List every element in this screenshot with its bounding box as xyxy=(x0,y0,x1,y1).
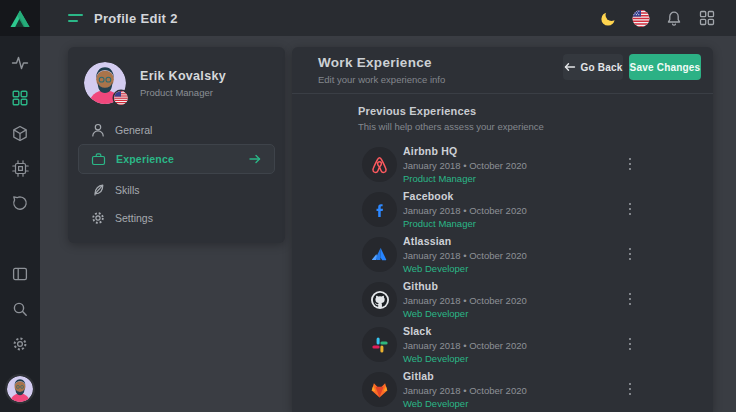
company-name: Github xyxy=(403,280,527,292)
experience-row-facebook: Facebook January 2018 • October 2020 Pro… xyxy=(292,187,713,232)
company-role: Product Manager xyxy=(403,173,527,184)
page-title: Profile Edit 2 xyxy=(94,11,178,26)
arrow-left-icon xyxy=(564,62,576,72)
go-back-label: Go Back xyxy=(581,62,623,73)
left-icon-rail xyxy=(0,36,40,412)
nav-item-label: General xyxy=(115,124,152,136)
gitlab-logo xyxy=(362,372,397,407)
cube-icon[interactable] xyxy=(11,124,29,142)
atlassian-logo xyxy=(362,237,397,272)
experience-row-airbnb: Airbnb HQ January 2018 • October 2020 Pr… xyxy=(292,142,713,187)
topbar: Profile Edit 2 xyxy=(0,0,736,36)
topbar-actions xyxy=(599,9,736,27)
nav-item-experience[interactable]: Experience xyxy=(78,144,275,174)
nav-item-skills[interactable]: Skills xyxy=(78,178,275,202)
activity-icon[interactable] xyxy=(11,54,29,72)
experience-row-gitlab: Gitlab January 2018 • October 2020 Web D… xyxy=(292,367,713,412)
go-back-button[interactable]: Go Back xyxy=(563,54,623,80)
panel-subtitle: Edit your work experience info xyxy=(318,74,445,85)
profile-name: Erik Kovalsky xyxy=(140,69,226,83)
company-name: Slack xyxy=(403,325,527,337)
app-logo[interactable] xyxy=(0,0,40,36)
slack-logo xyxy=(362,327,397,362)
bell-icon[interactable] xyxy=(665,9,683,27)
company-name: Atlassian xyxy=(403,235,527,247)
github-logo xyxy=(362,282,397,317)
company-dates: January 2018 • October 2020 xyxy=(403,160,527,171)
profile-role: Product Manager xyxy=(140,87,226,98)
cpu-icon[interactable] xyxy=(11,159,29,177)
avatar xyxy=(84,62,126,104)
company-dates: January 2018 • October 2020 xyxy=(403,385,527,396)
company-name: Facebook xyxy=(403,190,527,202)
nav-item-label: Experience xyxy=(116,153,174,165)
dashboard-icon[interactable] xyxy=(11,89,29,107)
gear-icon xyxy=(90,211,105,226)
row-options-icon[interactable] xyxy=(625,379,635,399)
row-options-icon[interactable] xyxy=(625,289,635,309)
company-dates: January 2018 • October 2020 xyxy=(403,340,527,351)
company-role: Product Manager xyxy=(403,218,527,229)
experience-row-github: Github January 2018 • October 2020 Web D… xyxy=(292,277,713,322)
row-options-icon[interactable] xyxy=(625,154,635,174)
search-icon[interactable] xyxy=(11,300,29,318)
save-changes-button[interactable]: Save Changes xyxy=(629,54,701,80)
company-dates: January 2018 • October 2020 xyxy=(403,295,527,306)
section-title: Previous Experiences xyxy=(358,105,544,117)
row-options-icon[interactable] xyxy=(625,334,635,354)
briefcase-icon xyxy=(91,152,106,167)
nav-item-label: Settings xyxy=(115,212,153,224)
company-role: Web Developer xyxy=(403,308,527,319)
section-header: Previous Experiences This will help othe… xyxy=(358,105,544,132)
company-role: Web Developer xyxy=(403,398,527,409)
row-options-icon[interactable] xyxy=(625,244,635,264)
facebook-logo xyxy=(362,192,397,227)
company-dates: January 2018 • October 2020 xyxy=(403,205,527,216)
company-role: Web Developer xyxy=(403,263,527,274)
company-name: Gitlab xyxy=(403,370,527,382)
panel-header: Work Experience Edit your work experienc… xyxy=(292,47,713,94)
row-options-icon[interactable] xyxy=(625,199,635,219)
moon-icon[interactable] xyxy=(599,9,617,27)
nav-item-label: Skills xyxy=(115,184,140,196)
arrow-right-icon xyxy=(248,153,262,165)
us-flag-icon[interactable] xyxy=(632,9,650,27)
app-grid-icon[interactable] xyxy=(698,9,716,27)
section-subtitle: This will help others assess your experi… xyxy=(358,121,544,132)
work-experience-panel: Work Experience Edit your work experienc… xyxy=(292,47,713,412)
experience-row-slack: Slack January 2018 • October 2020 Web De… xyxy=(292,322,713,367)
gear-icon[interactable] xyxy=(11,335,29,353)
experience-list: Airbnb HQ January 2018 • October 2020 Pr… xyxy=(292,142,713,412)
layout-icon[interactable] xyxy=(11,265,29,283)
chat-icon[interactable] xyxy=(11,194,29,212)
panel-title: Work Experience xyxy=(318,55,432,70)
company-name: Airbnb HQ xyxy=(403,145,527,157)
rail-user-avatar[interactable] xyxy=(7,376,33,402)
feather-icon xyxy=(90,183,105,198)
profile-header: Erik Kovalsky Product Manager xyxy=(84,62,226,104)
menu-toggle-icon[interactable] xyxy=(68,14,84,22)
airbnb-logo xyxy=(362,147,397,182)
triangle-logo-icon xyxy=(9,8,31,29)
nav-item-general[interactable]: General xyxy=(78,118,275,142)
experience-row-atlassian: Atlassian January 2018 • October 2020 We… xyxy=(292,232,713,277)
company-role: Web Developer xyxy=(403,353,527,364)
avatar-flag-badge xyxy=(114,91,128,105)
company-dates: January 2018 • October 2020 xyxy=(403,250,527,261)
person-icon xyxy=(90,123,105,138)
nav-item-settings[interactable]: Settings xyxy=(78,206,275,230)
profile-nav-card: Erik Kovalsky Product Manager General Ex… xyxy=(68,47,285,243)
